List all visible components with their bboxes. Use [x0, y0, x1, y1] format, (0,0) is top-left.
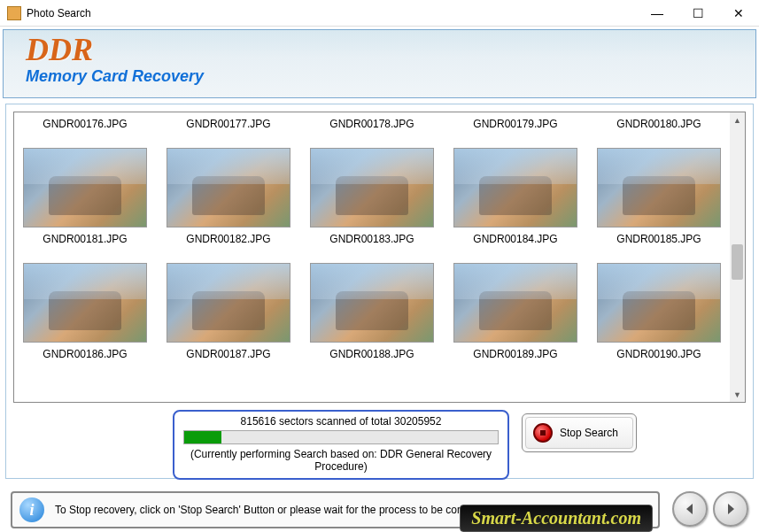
progress-fill	[184, 431, 221, 443]
thumb-item[interactable]: GNDR00186.JPG	[18, 259, 152, 360]
thumb-label: GNDR00187.JPG	[161, 346, 296, 360]
photo-icon	[310, 148, 434, 227]
logo-text: DDR	[26, 34, 755, 66]
thumb-label: GNDR00180.JPG	[592, 116, 726, 134]
stop-button-label: Stop Search	[560, 427, 618, 439]
header-banner: DDR Memory Card Recovery	[3, 29, 756, 98]
thumb-item[interactable]: GNDR00178.JPG	[305, 116, 439, 134]
thumb-item[interactable]: GNDR00181.JPG	[18, 144, 152, 245]
arrow-left-icon	[683, 502, 697, 516]
scroll-up-icon[interactable]: ▲	[730, 112, 745, 127]
thumb-item[interactable]: GNDR00188.JPG	[305, 259, 439, 360]
thumb-label: GNDR00182.JPG	[161, 231, 296, 245]
stop-search-button[interactable]: Stop Search	[525, 417, 633, 449]
thumb-label: GNDR00188.JPG	[305, 346, 439, 360]
thumb-item[interactable]: GNDR00183.JPG	[305, 144, 439, 245]
scroll-thumb[interactable]	[732, 244, 743, 280]
minimize-button[interactable]: —	[637, 0, 678, 27]
logo-subtitle: Memory Card Recovery	[26, 67, 755, 86]
maximize-button[interactable]: ☐	[678, 0, 718, 27]
main-panel: GNDR00176.JPG GNDR00177.JPG GNDR00178.JP…	[5, 104, 754, 479]
thumb-item[interactable]: GNDR00182.JPG	[161, 144, 296, 245]
thumb-label: GNDR00183.JPG	[305, 231, 439, 245]
thumb-label: GNDR00181.JPG	[18, 231, 152, 245]
arrow-right-icon	[724, 502, 738, 516]
scroll-down-icon[interactable]: ▼	[730, 387, 745, 402]
photo-icon	[310, 263, 434, 343]
thumb-label: GNDR00189.JPG	[448, 346, 583, 360]
photo-icon	[597, 148, 721, 227]
thumb-item[interactable]: GNDR00179.JPG	[448, 116, 583, 134]
thumb-label: GNDR00190.JPG	[592, 346, 726, 360]
watermark: Smart-Accountant.com	[460, 505, 653, 532]
thumb-label: GNDR00178.JPG	[305, 116, 439, 134]
progress-bar	[183, 430, 499, 444]
thumb-label: GNDR00186.JPG	[18, 346, 152, 360]
thumb-item[interactable]: GNDR00185.JPG	[592, 144, 726, 245]
thumb-label: GNDR00177.JPG	[161, 116, 296, 134]
thumb-item[interactable]: GNDR00176.JPG	[18, 116, 152, 134]
photo-icon	[167, 148, 290, 227]
info-text: To Stop recovery, click on 'Stop Search'…	[55, 504, 498, 516]
back-button[interactable]	[672, 491, 708, 527]
scrollbar[interactable]: ▲ ▼	[730, 112, 745, 402]
thumb-label: GNDR00185.JPG	[592, 231, 726, 245]
close-button[interactable]: ✕	[718, 0, 759, 27]
photo-icon	[453, 148, 577, 227]
thumb-label: GNDR00179.JPG	[448, 116, 583, 134]
photo-icon	[453, 263, 577, 343]
progress-frame: 815616 sectors scanned of total 30205952…	[173, 410, 509, 480]
forward-button[interactable]	[713, 491, 748, 527]
photo-icon	[23, 263, 147, 343]
thumb-item[interactable]: GNDR00184.JPG	[448, 144, 583, 245]
thumb-item[interactable]: GNDR00189.JPG	[448, 259, 583, 360]
photo-icon	[597, 263, 721, 343]
thumb-label: GNDR00184.JPG	[448, 231, 583, 245]
stop-icon	[533, 423, 553, 443]
photo-icon	[167, 263, 290, 343]
thumb-item[interactable]: GNDR00187.JPG	[161, 259, 296, 360]
progress-sectors-text: 815616 sectors scanned of total 30205952	[183, 415, 499, 428]
thumbnail-panel: GNDR00176.JPG GNDR00177.JPG GNDR00178.JP…	[13, 112, 746, 403]
thumb-item[interactable]: GNDR00190.JPG	[592, 259, 726, 360]
thumb-item[interactable]: GNDR00177.JPG	[161, 116, 296, 134]
titlebar: Photo Search — ☐ ✕	[0, 0, 759, 27]
info-icon: i	[19, 497, 44, 522]
thumb-label: GNDR00176.JPG	[18, 116, 152, 134]
thumb-item[interactable]: GNDR00180.JPG	[592, 116, 726, 134]
progress-mode-text: (Currently performing Search based on: D…	[183, 448, 499, 473]
photo-icon	[23, 148, 147, 227]
app-icon	[7, 6, 21, 20]
window-title: Photo Search	[27, 7, 637, 19]
